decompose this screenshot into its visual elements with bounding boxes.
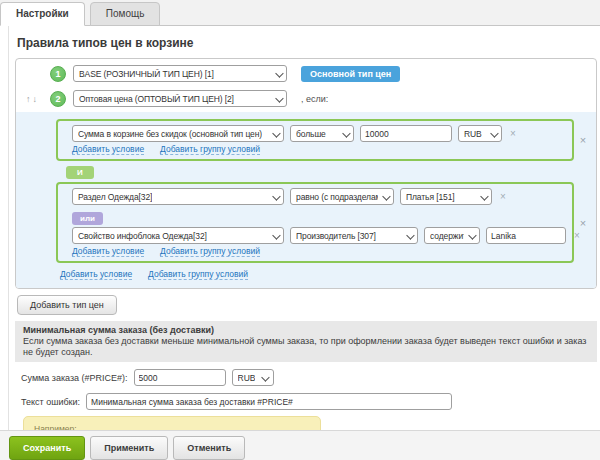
base-price-type-badge[interactable]: Основной тип цен bbox=[301, 66, 400, 82]
error-text-input[interactable] bbox=[86, 393, 452, 410]
field-value: Сумма в корзине без скидок (основной тип… bbox=[78, 129, 262, 139]
add-condition-group-link[interactable]: Добавить группу условий bbox=[160, 144, 260, 155]
currency-select[interactable]: RUB bbox=[458, 125, 502, 142]
iblock-property-field-select[interactable]: Свойство инфоблока Одежда[32] bbox=[72, 227, 284, 244]
currency-value: RUB bbox=[464, 129, 482, 139]
rule-number-badge: 1 bbox=[50, 66, 66, 82]
condition-group-1-wrap: Сумма в корзине без скидок (основной тип… bbox=[56, 119, 592, 161]
field-value: Свойство инфоблока Одежда[32] bbox=[78, 231, 207, 241]
condition-row: Свойство инфоблока Одежда[32] Производит… bbox=[72, 227, 568, 244]
conditions-area: Сумма в корзине без скидок (основной тип… bbox=[16, 112, 596, 288]
chevron-down-icon bbox=[480, 192, 488, 200]
condition-row: Раздел Одежда[32] равно (с подразделами)… bbox=[72, 188, 568, 205]
example-note: Например: Минимальная сумма заказа без д… bbox=[23, 416, 321, 430]
chevron-down-icon bbox=[406, 231, 414, 239]
if-label: , если: bbox=[301, 94, 328, 104]
chevron-down-icon bbox=[490, 129, 498, 137]
operator-select[interactable]: содержит bbox=[424, 227, 480, 244]
operator-select[interactable]: равно (с подразделами) bbox=[290, 188, 394, 205]
property-select[interactable]: Производитель [307] bbox=[290, 227, 418, 244]
chevron-down-icon bbox=[468, 231, 476, 239]
price-type-2-select[interactable]: Оптовая цена (ОПТОВЫЙ ТИП ЦЕН) [2] bbox=[73, 90, 287, 107]
or-operator-badge[interactable]: или bbox=[72, 212, 103, 225]
apply-button[interactable]: Применить bbox=[90, 436, 168, 460]
reorder-arrows: ↑↓ bbox=[26, 94, 50, 104]
add-price-type-button[interactable]: Добавить тип цен bbox=[17, 295, 117, 315]
price-type-rule-1: 1 BASE (РОЗНИЧНЫЙ ТИП ЦЕН) [1] Основной … bbox=[16, 65, 596, 82]
save-button[interactable]: Сохранить bbox=[9, 436, 85, 460]
operator-value: равно (с подразделами) bbox=[296, 192, 378, 202]
price-type-2-value: Оптовая цена (ОПТОВЫЙ ТИП ЦЕН) [2] bbox=[79, 94, 234, 104]
error-text-row: Текст ошибки: bbox=[21, 393, 600, 410]
error-text-label: Текст ошибки: bbox=[21, 397, 80, 407]
close-icon[interactable]: × bbox=[574, 230, 580, 241]
add-condition-link[interactable]: Добавить условие bbox=[72, 144, 144, 155]
order-sum-input[interactable] bbox=[134, 369, 226, 386]
condition-group-2: Раздел Одежда[32] равно (с подразделами)… bbox=[56, 182, 574, 263]
operator-select[interactable]: больше bbox=[290, 125, 354, 142]
section-field-select[interactable]: Раздел Одежда[32] bbox=[72, 188, 284, 205]
root-links: Добавить условие Добавить группу условий bbox=[60, 269, 596, 280]
property-value: Производитель [307] bbox=[296, 231, 376, 241]
chevron-down-icon bbox=[382, 192, 390, 200]
price-type-rules-box: 1 BASE (РОЗНИЧНЫЙ ТИП ЦЕН) [1] Основной … bbox=[15, 58, 597, 289]
rule-number-badge: 2 bbox=[50, 91, 66, 107]
operator-value: больше bbox=[296, 129, 326, 139]
order-sum-row: Сумма заказа (#PRICE#): RUB bbox=[21, 369, 600, 386]
tab-help[interactable]: Помощь bbox=[90, 2, 161, 26]
footer-toolbar: Сохранить Применить Отменить bbox=[0, 430, 600, 460]
add-condition-link[interactable]: Добавить условие bbox=[60, 269, 132, 280]
section-value: Платья [151] bbox=[406, 192, 455, 202]
close-icon[interactable]: × bbox=[500, 191, 506, 202]
sum-value-input[interactable] bbox=[360, 125, 452, 142]
settings-panel: Правила типов цен в корзине 1 BASE (РОЗН… bbox=[8, 26, 600, 430]
and-operator-badge[interactable]: И bbox=[66, 166, 94, 179]
chevron-down-icon bbox=[272, 129, 280, 137]
condition-row: Сумма в корзине без скидок (основной тип… bbox=[72, 125, 568, 142]
tab-bar: Настройки Помощь bbox=[0, 0, 600, 26]
price-type-rule-2: ↑↓ 2 Оптовая цена (ОПТОВЫЙ ТИП ЦЕН) [2] … bbox=[16, 90, 596, 107]
min-order-title: Минимальная сумма заказа (без доставки) bbox=[23, 325, 589, 336]
add-condition-group-link[interactable]: Добавить группу условий bbox=[148, 269, 248, 280]
chevron-down-icon bbox=[272, 192, 280, 200]
condition-group-2-wrap: Раздел Одежда[32] равно (с подразделами)… bbox=[56, 182, 592, 263]
field-value: Раздел Одежда[32] bbox=[78, 192, 152, 202]
section-value-select[interactable]: Платья [151] bbox=[400, 188, 492, 205]
min-order-section: Минимальная сумма заказа (без доставки) … bbox=[15, 321, 597, 362]
price-type-1-select[interactable]: BASE (РОЗНИЧНЫЙ ТИП ЦЕН) [1] bbox=[73, 65, 287, 82]
tab-settings-label: Настройки bbox=[16, 8, 69, 19]
close-icon[interactable]: × bbox=[574, 134, 592, 146]
operator-value: содержит bbox=[430, 231, 464, 241]
chevron-down-icon bbox=[262, 373, 270, 381]
close-icon[interactable]: × bbox=[574, 217, 592, 229]
move-down-icon[interactable]: ↓ bbox=[33, 94, 40, 104]
add-condition-link[interactable]: Добавить условие bbox=[72, 246, 144, 257]
tab-settings[interactable]: Настройки bbox=[0, 2, 85, 26]
cancel-button[interactable]: Отменить bbox=[173, 436, 245, 460]
add-condition-group-link[interactable]: Добавить группу условий bbox=[160, 246, 260, 257]
order-sum-label: Сумма заказа (#PRICE#): bbox=[21, 373, 128, 383]
close-icon[interactable]: × bbox=[510, 128, 516, 139]
chevron-down-icon bbox=[272, 231, 280, 239]
group-2-links: Добавить условие Добавить группу условий bbox=[72, 246, 568, 257]
currency-value: RUB bbox=[238, 373, 256, 383]
basket-sum-field-select[interactable]: Сумма в корзине без скидок (основной тип… bbox=[72, 125, 284, 142]
group-1-links: Добавить условие Добавить группу условий bbox=[72, 144, 568, 155]
page-title: Правила типов цен в корзине bbox=[17, 36, 600, 50]
order-currency-select[interactable]: RUB bbox=[232, 369, 274, 386]
tab-help-label: Помощь bbox=[106, 8, 145, 19]
chevron-down-icon bbox=[342, 129, 350, 137]
condition-group-1: Сумма в корзине без скидок (основной тип… bbox=[56, 119, 574, 161]
chevron-down-icon bbox=[275, 69, 283, 77]
property-value-input[interactable] bbox=[486, 227, 566, 244]
min-order-description: Если сумма заказа без доставки меньше ми… bbox=[23, 336, 589, 358]
price-type-1-value: BASE (РОЗНИЧНЫЙ ТИП ЦЕН) [1] bbox=[79, 69, 214, 79]
chevron-down-icon bbox=[275, 94, 283, 102]
